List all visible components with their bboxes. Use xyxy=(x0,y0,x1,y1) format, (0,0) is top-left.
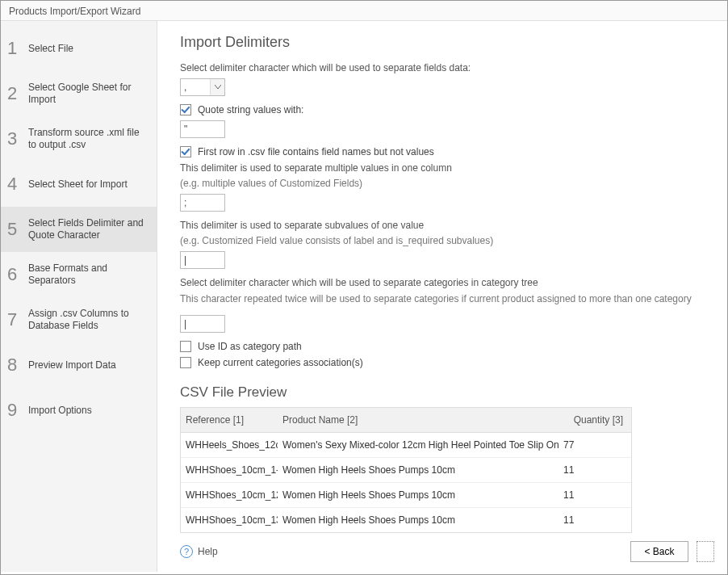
wizard-steps-sidebar: 1 Select File 2 Select Google Sheet for … xyxy=(1,21,157,572)
quote-strings-checkbox[interactable] xyxy=(180,104,191,115)
step-number: 4 xyxy=(7,175,25,193)
table-row[interactable]: WHHeels_Shoes_12cm Women's Sexy Mixed-co… xyxy=(181,433,631,458)
cell-quantity: 77 xyxy=(559,433,631,457)
preview-heading: CSV File Preview xyxy=(180,384,705,401)
table-row[interactable]: WHHShoes_10cm_12 Women High Heels Shoes … xyxy=(181,483,631,508)
window-title: Products Import/Export Wizard xyxy=(1,1,727,21)
multi-value-hint-sub: (e.g. multiple values of Customized Fiel… xyxy=(180,178,705,191)
help-label: Help xyxy=(198,546,218,557)
step-number: 6 xyxy=(7,266,25,283)
step-number: 7 xyxy=(7,311,25,329)
step-label: Assign .csv Columns to Database Fields xyxy=(25,308,149,332)
csv-preview-table: Reference [1] Product Name [2] Quantity … xyxy=(180,407,632,533)
step-number: 1 xyxy=(7,40,25,57)
main-layout: 1 Select File 2 Select Google Sheet for … xyxy=(1,21,727,572)
table-header: Reference [1] Product Name [2] Quantity … xyxy=(181,408,631,433)
chevron-down-icon xyxy=(210,79,224,95)
sub-value-hint: This delimiter is used to separate subva… xyxy=(180,220,705,233)
step-label: Preview Import Data xyxy=(25,359,116,371)
content-pane: Import Delimiters Select delimiter chara… xyxy=(157,21,727,572)
delimiter-label: Select delimiter character which will be… xyxy=(180,62,705,75)
step-number: 2 xyxy=(7,85,25,103)
first-row-header-checkbox[interactable] xyxy=(180,146,191,157)
cell-reference: WHHShoes_10cm_13 xyxy=(181,508,278,532)
step-base-formats[interactable]: 6 Base Formats and Separators xyxy=(1,252,157,297)
step-label: Select Fields Delimiter and Quote Charac… xyxy=(25,217,149,241)
back-button[interactable]: < Back xyxy=(630,541,688,562)
cell-reference: WHHeels_Shoes_12cm xyxy=(181,433,278,457)
step-label: Transform source .xml file to output .cs… xyxy=(25,127,149,151)
step-label: Base Formats and Separators xyxy=(25,262,149,287)
category-delimiter-hint-sub: This character repeated twice will be us… xyxy=(180,293,705,306)
table-row[interactable]: WHHShoes_10cm_1-1 Women High Heels Shoes… xyxy=(181,458,631,483)
help-link[interactable]: ? Help xyxy=(180,545,218,558)
step-select-google-sheet[interactable]: 2 Select Google Sheet for Import xyxy=(1,71,157,116)
step-label: Select Sheet for Import xyxy=(25,178,128,191)
cell-reference: WHHShoes_10cm_1-1 xyxy=(181,458,278,482)
step-transform-xml[interactable]: 3 Transform source .xml file to output .… xyxy=(1,116,157,162)
quote-strings-label: Quote string values with: xyxy=(198,104,303,115)
category-delimiter-hint: Select delimiter character which will be… xyxy=(180,277,705,290)
col-header-quantity[interactable]: Quantity [3] xyxy=(559,408,631,432)
use-id-category-label: Use ID as category path xyxy=(198,341,302,352)
field-delimiter-select[interactable]: , xyxy=(180,78,225,96)
step-label: Select Google Sheet for Import xyxy=(25,82,149,106)
multi-value-hint: This delimiter is used to separate multi… xyxy=(180,162,705,175)
sub-value-hint-sub: (e.g. Customized Field value consists of… xyxy=(180,235,705,248)
step-assign-columns[interactable]: 7 Assign .csv Columns to Database Fields xyxy=(1,297,157,342)
cell-product-name: Women High Heels Shoes Pumps 10cm xyxy=(278,483,559,507)
cell-quantity: 11 xyxy=(559,483,631,507)
step-label: Select File xyxy=(25,43,73,55)
step-delimiter-quote[interactable]: 5 Select Fields Delimiter and Quote Char… xyxy=(1,207,157,252)
step-label: Import Options xyxy=(25,405,92,417)
step-import-options[interactable]: 9 Import Options xyxy=(1,388,157,433)
step-select-file[interactable]: 1 Select File xyxy=(1,26,157,71)
keep-categories-label: Keep current categories association(s) xyxy=(198,357,363,368)
field-delimiter-value: , xyxy=(181,79,210,95)
step-preview-data[interactable]: 8 Preview Import Data xyxy=(1,342,157,388)
step-select-sheet[interactable]: 4 Select Sheet for Import xyxy=(1,162,157,207)
wizard-footer: ? Help < Back xyxy=(180,541,714,562)
col-header-product-name[interactable]: Product Name [2] xyxy=(278,408,559,432)
sub-value-delimiter-input[interactable] xyxy=(180,251,225,269)
step-number: 5 xyxy=(7,220,25,238)
use-id-category-checkbox[interactable] xyxy=(180,341,191,352)
next-button-partial[interactable] xyxy=(697,541,714,562)
cell-product-name: Women High Heels Shoes Pumps 10cm xyxy=(278,508,559,532)
step-number: 9 xyxy=(7,401,25,419)
category-delimiter-input[interactable] xyxy=(180,315,225,333)
cell-quantity: 11 xyxy=(559,458,631,482)
cell-product-name: Women's Sexy Mixed-color 12cm High Heel … xyxy=(278,433,559,457)
cell-reference: WHHShoes_10cm_12 xyxy=(181,483,278,507)
multi-value-delimiter-input[interactable] xyxy=(180,194,225,212)
first-row-header-label: First row in .csv file contains field na… xyxy=(198,146,434,157)
table-row[interactable]: WHHShoes_10cm_13 Women High Heels Shoes … xyxy=(181,508,631,532)
cell-quantity: 11 xyxy=(559,508,631,532)
step-number: 8 xyxy=(7,356,25,374)
keep-categories-checkbox[interactable] xyxy=(180,357,191,368)
cell-product-name: Women High Heels Shoes Pumps 10cm xyxy=(278,458,559,482)
help-icon: ? xyxy=(180,545,193,558)
col-header-reference[interactable]: Reference [1] xyxy=(181,408,278,432)
step-number: 3 xyxy=(7,130,25,148)
page-heading: Import Delimiters xyxy=(180,34,705,51)
quote-char-input[interactable] xyxy=(180,120,225,138)
